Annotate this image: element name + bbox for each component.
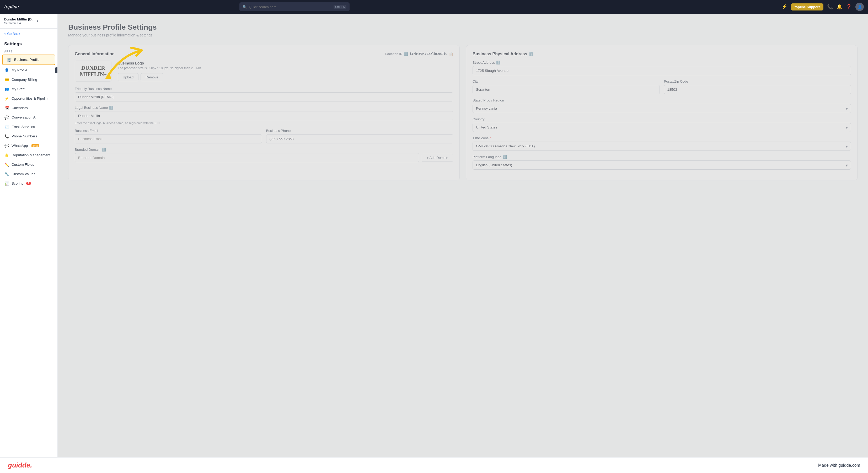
country-label: Country	[472, 117, 851, 121]
legal-name-group: Legal Business Name ℹ️ Enter the exact l…	[75, 106, 453, 125]
sidebar-item-scoring[interactable]: 📊 Scoring 1	[0, 179, 57, 188]
street-group: Street Address ℹ️	[472, 61, 851, 75]
sidebar-label-company-billing: Company Billing	[11, 77, 37, 82]
top-nav-right: ⚡ topline Support 📞 🔔 ❓ 👤	[781, 3, 864, 11]
street-input[interactable]	[472, 66, 851, 75]
platform-lang-select-wrapper: English (United States)	[472, 160, 851, 170]
sidebar-label-custom-values: Custom Values	[11, 172, 35, 176]
city-input[interactable]	[472, 85, 660, 94]
state-group: State / Prov / Region Pennsylvania	[472, 98, 851, 113]
building-icon: 🏢	[7, 57, 11, 62]
ai-icon: 💬	[4, 115, 9, 120]
sidebar-item-opportunities[interactable]: ⚡ Opportunities & Pipelin...	[0, 94, 57, 103]
legal-name-label: Legal Business Name ℹ️	[75, 106, 453, 109]
domain-input[interactable]	[75, 153, 419, 162]
general-info-card: General Information Location ID ℹ️ f4rki…	[68, 45, 460, 180]
content-grid: General Information Location ID ℹ️ f4rki…	[68, 45, 858, 180]
state-select[interactable]: Pennsylvania	[472, 104, 851, 113]
sidebar-item-business-profile[interactable]: 🏢 Business Profile	[2, 55, 55, 65]
support-button[interactable]: topline Support	[791, 3, 824, 10]
general-info-title: General Information Location ID ℹ️ f4rki…	[75, 52, 453, 56]
staff-icon: 👥	[4, 87, 9, 92]
help-icon[interactable]: ❓	[846, 4, 852, 10]
timezone-select-wrapper: GMT-04:00 America/New_York (EDT)	[472, 141, 851, 151]
go-back-link[interactable]: < Go Back	[0, 29, 57, 39]
sidebar-item-whatsapp[interactable]: 💬 WhatsApp beta	[0, 141, 57, 151]
main-layout: Dunder Mifflin [D... Scranton, PA ▾ < Go…	[0, 0, 868, 473]
sidebar-label-phone-numbers: Phone Numbers	[11, 134, 37, 138]
country-select[interactable]: United States	[472, 123, 851, 132]
phone-group: Business Phone	[266, 129, 454, 144]
city-label: City	[472, 80, 660, 83]
domain-group: Branded Domain ℹ️ + Add Domain	[75, 148, 453, 162]
general-info-label: General Information	[75, 52, 115, 56]
lightning-icon[interactable]: ⚡	[781, 4, 787, 10]
footer-logo: guidde.	[8, 461, 32, 469]
phone-input[interactable]	[266, 134, 454, 144]
sidebar-item-my-staff[interactable]: 👥 My Staff	[0, 85, 57, 94]
search-input[interactable]	[249, 5, 332, 9]
email-input[interactable]	[75, 134, 262, 144]
sidebar-item-calendars[interactable]: 📅 Calendars	[0, 103, 57, 113]
zip-label: Postal/Zip Code	[664, 80, 851, 83]
settings-heading: Settings	[0, 39, 57, 48]
phone-icon[interactable]: 📞	[827, 4, 833, 10]
sidebar-item-custom-fields[interactable]: ✏️ Custom Fields	[0, 160, 57, 169]
phone-label: Business Phone	[266, 129, 454, 133]
sidebar-item-email-services[interactable]: ✉️ Email Services	[0, 122, 57, 132]
reputation-icon: ⭐	[4, 153, 9, 158]
platform-lang-label: Platform Language ℹ️	[472, 155, 851, 159]
add-domain-button[interactable]: + Add Domain	[422, 154, 453, 162]
top-navigation: topline 🔍 Ctrl + K ⚡ topline Support 📞 🔔…	[0, 0, 868, 13]
legal-name-input[interactable]	[75, 111, 453, 120]
scoring-badge: 1	[26, 182, 31, 185]
scoring-icon: 📊	[4, 181, 9, 186]
sidebar-label-custom-fields: Custom Fields	[11, 163, 34, 166]
zip-group: Postal/Zip Code	[664, 80, 851, 94]
email-group: Business Email	[75, 129, 262, 144]
friendly-name-group: Friendly Business Name	[75, 87, 453, 101]
logo-title: Business Logo	[118, 61, 453, 65]
physical-address-card: Business Physical Address ℹ️ Street Addr…	[466, 45, 858, 180]
billing-icon: 💳	[4, 77, 9, 82]
page-subtitle: Manage your business profile information…	[68, 33, 858, 37]
street-info-icon: ℹ️	[496, 61, 500, 64]
location-id-value: f4rkiVQsxJaZlkCmaJlw	[410, 52, 447, 56]
sidebar-item-custom-values[interactable]: 🔧 Custom Values	[0, 169, 57, 179]
sidebar-item-my-profile[interactable]: 👤 My Profile My Profile	[0, 66, 57, 75]
upload-button[interactable]: Upload	[118, 73, 138, 81]
bell-icon[interactable]: 🔔	[837, 4, 842, 10]
sidebar-item-conversation-ai[interactable]: 💬 Conversation AI	[0, 113, 57, 122]
calendar-icon: 📅	[4, 106, 9, 111]
search-bar[interactable]: 🔍 Ctrl + K	[240, 2, 349, 11]
email-phone-row: Business Email Business Phone	[75, 129, 453, 148]
remove-button[interactable]: Remove	[141, 73, 163, 81]
sidebar-item-phone-numbers[interactable]: 📞 Phone Numbers	[0, 132, 57, 141]
location-id-row: Location ID ℹ️ f4rkiVQsxJaZlkCmaJlw 📋	[385, 52, 453, 56]
logo-buttons: Upload Remove	[118, 73, 453, 81]
platform-lang-select[interactable]: English (United States)	[472, 160, 851, 170]
footer: guidde. Made with guidde.com	[0, 457, 868, 473]
friendly-name-input[interactable]	[75, 92, 453, 101]
timezone-label: Time Zone *	[472, 136, 851, 140]
copy-icon[interactable]: 📋	[449, 52, 453, 56]
sidebar-label-email-services: Email Services	[11, 125, 35, 129]
app-logo: topline	[4, 4, 19, 10]
values-icon: 🔧	[4, 172, 9, 177]
legal-info-icon: ℹ️	[109, 106, 113, 109]
domain-info-icon: ℹ️	[102, 148, 106, 152]
zip-input[interactable]	[664, 85, 851, 94]
timezone-select[interactable]: GMT-04:00 America/New_York (EDT)	[472, 141, 851, 151]
sidebar-item-company-billing[interactable]: 💳 Company Billing	[0, 75, 57, 85]
domain-label: Branded Domain ℹ️	[75, 148, 453, 152]
legal-name-hint: Enter the exact legal business name, as …	[75, 121, 453, 125]
avatar[interactable]: 👤	[856, 3, 864, 11]
logo-description: The proposed size is 350px * 180px. No b…	[118, 66, 453, 70]
street-label: Street Address ℹ️	[472, 61, 851, 64]
city-zip-row: City Postal/Zip Code	[472, 80, 851, 98]
sidebar-label-conversation-ai: Conversation AI	[11, 115, 36, 119]
state-select-wrapper: Pennsylvania	[472, 104, 851, 113]
sidebar-label-whatsapp: WhatsApp	[11, 144, 28, 148]
sidebar-item-reputation[interactable]: ⭐ Reputation Management	[0, 151, 57, 160]
company-selector[interactable]: Dunder Mifflin [D... Scranton, PA ▾	[0, 13, 57, 29]
